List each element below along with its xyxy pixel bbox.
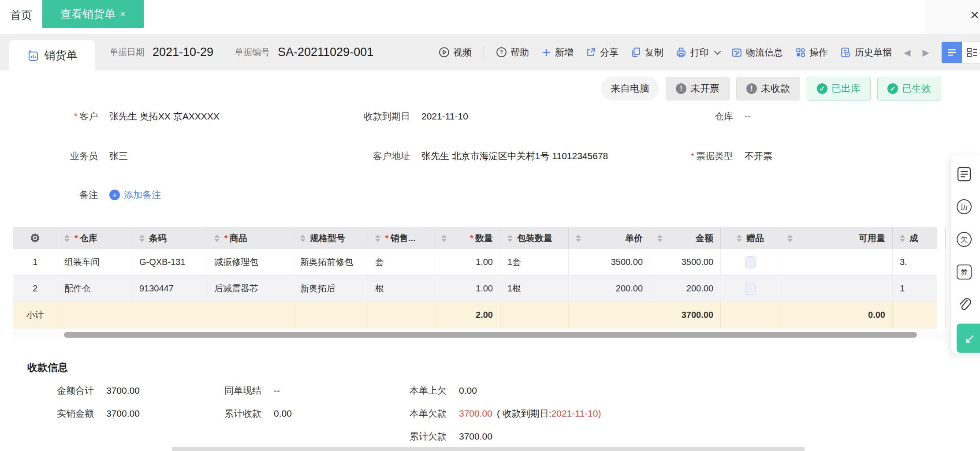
history-circle-icon: 历 (957, 199, 972, 214)
header-gift[interactable]: 赠品 (721, 227, 780, 249)
header-amount[interactable]: 金额 (650, 227, 721, 249)
sort-arrows-icon[interactable] (139, 235, 145, 242)
horizontal-scrollbar-thumb[interactable] (64, 332, 917, 338)
cell-product[interactable]: 减振修理包 (207, 249, 293, 275)
cell-product[interactable]: 后减震器芯 (207, 276, 293, 302)
cell-sales-unit[interactable]: 根 (368, 276, 434, 302)
uninvoiced-badge-label: 未开票 (690, 82, 719, 95)
cell-barcode[interactable]: G-QXB-131 (132, 249, 207, 275)
video-button[interactable]: 视频 (439, 46, 472, 59)
print-button[interactable]: 打印 (675, 46, 719, 59)
doc-date-value: 2021-10-29 (153, 45, 213, 59)
cell-gift (721, 276, 780, 302)
tab-active-label: 查看销货单 (60, 7, 116, 21)
gift-checkbox[interactable] (745, 256, 756, 268)
cell-spec[interactable]: 新奥拓后 (293, 276, 368, 302)
column-settings-header[interactable]: ⚙ (13, 227, 57, 249)
add-remark-link[interactable]: + 添加备注 (109, 189, 161, 201)
sort-arrows-icon[interactable] (787, 235, 793, 242)
detail-dock-button[interactable] (957, 158, 972, 190)
header-price[interactable]: 单价 (569, 227, 650, 249)
help-button[interactable]: ? 帮助 (496, 46, 529, 59)
warehouse-value[interactable]: -- (745, 111, 751, 122)
invoice-type-value[interactable]: 不开票 (745, 150, 772, 162)
toolbar-actions: 视频 ? 帮助 新增 分享 复制 打印 物流信息 操作 (439, 34, 980, 71)
copy-button[interactable]: 复制 (630, 46, 663, 59)
video-icon (439, 47, 450, 58)
header-available[interactable]: 可用量 (780, 227, 893, 249)
sort-arrows-icon[interactable] (507, 235, 513, 242)
tab-close-icon[interactable]: × (120, 8, 126, 20)
coupon-dock-button[interactable]: 券 (957, 256, 972, 288)
sort-arrows-icon[interactable] (214, 235, 220, 242)
cell-amount[interactable]: 200.00 (650, 276, 721, 302)
cell-qty[interactable]: 1.00 (434, 276, 500, 302)
cell-price[interactable]: 3500.00 (569, 249, 650, 275)
customer-value[interactable]: 张先生 奥拓XX 京AXXXXX (109, 110, 220, 123)
help-icon: ? (496, 47, 507, 58)
header-sales-unit[interactable]: *销售... (368, 227, 434, 249)
close-icon[interactable]: × (970, 6, 979, 23)
header-barcode[interactable]: 条码 (132, 227, 207, 249)
salesman-label: 业务员 (41, 150, 98, 162)
due-date-value[interactable]: 2021-11-10 (421, 111, 468, 122)
cell-cost: 1 (893, 276, 946, 302)
sort-arrows-icon[interactable] (737, 235, 742, 242)
header-product[interactable]: *商品 (207, 227, 293, 249)
header-pack-qty[interactable]: 包装数量 (500, 227, 569, 249)
warehouse-field: 仓库 -- (682, 110, 751, 123)
logistics-label: 物流信息 (746, 46, 783, 59)
cell-warehouse[interactable]: 组装车间 (57, 249, 132, 275)
logistics-button[interactable]: 物流信息 (731, 46, 783, 59)
operations-button[interactable]: 操作 (795, 46, 828, 59)
debt-dock-button[interactable]: 欠 (957, 223, 972, 256)
history-doc-icon (840, 47, 851, 58)
print-dropdown-chevron-icon[interactable] (714, 48, 721, 55)
cell-barcode[interactable]: 9130447 (132, 276, 207, 302)
operations-grid-icon (795, 47, 806, 58)
cell-spec[interactable]: 新奥拓前修包 (293, 249, 368, 275)
view-toggle-detail[interactable] (942, 42, 962, 63)
tab-view-sales-order[interactable]: 查看销货单 × (42, 0, 144, 28)
add-button[interactable]: 新增 (541, 46, 574, 59)
gift-checkbox[interactable] (745, 283, 756, 295)
history-dock-button[interactable]: 历 (957, 190, 972, 223)
header-qty[interactable]: *数量 (434, 227, 500, 249)
header-warehouse[interactable]: *仓库 (57, 227, 132, 249)
sort-arrows-icon[interactable] (441, 235, 447, 242)
cell-amount[interactable]: 3500.00 (650, 249, 721, 275)
history-button[interactable]: 历史单据 (840, 46, 892, 59)
cell-pack-qty[interactable]: 1根 (500, 276, 569, 302)
sort-arrows-icon[interactable] (900, 235, 905, 242)
attachment-dock-button[interactable] (957, 288, 972, 321)
cell-sales-unit[interactable]: 套 (368, 249, 434, 275)
prev-doc-arrow[interactable]: ◀ (904, 47, 910, 58)
cell-warehouse[interactable]: 配件仓 (57, 276, 132, 302)
required-mark: * (690, 151, 694, 161)
header-spec[interactable]: 规格型号 (293, 227, 368, 249)
cell-price[interactable]: 200.00 (569, 276, 650, 302)
sort-arrows-icon[interactable] (375, 235, 380, 242)
sort-arrows-icon[interactable] (657, 235, 663, 242)
gear-icon[interactable]: ⚙ (30, 231, 40, 245)
header-cost[interactable]: 成 (893, 227, 946, 249)
cell-qty[interactable]: 1.00 (434, 249, 500, 275)
sort-arrows-icon[interactable] (576, 235, 581, 242)
table-row[interactable]: 2 配件仓 9130447 后减震器芯 新奥拓后 根 1.00 1根 200.0… (13, 276, 937, 302)
view-toggle-list[interactable] (962, 42, 980, 63)
table-row[interactable]: 1 组装车间 G-QXB-131 减振修理包 新奥拓前修包 套 1.00 1套 … (13, 249, 937, 276)
address-value[interactable]: 张先生 北京市海淀区中关村1号 11012345678 (421, 150, 608, 162)
cell-pack-qty[interactable]: 1套 (500, 249, 569, 275)
history-label: 历史单据 (855, 46, 892, 59)
sort-arrows-icon[interactable] (64, 235, 70, 242)
share-button[interactable]: 分享 (585, 46, 619, 59)
collapse-dock-button[interactable]: ↙ (957, 324, 980, 353)
doc-type-tab[interactable]: 销货单 (9, 40, 95, 71)
sort-arrows-icon[interactable] (300, 235, 306, 242)
tab-home[interactable]: 首页 (0, 0, 42, 34)
cash-settle-field: 同单现结 -- (211, 384, 280, 397)
required-mark: * (470, 233, 473, 243)
next-doc-arrow[interactable]: ▶ (922, 47, 929, 58)
salesman-value[interactable]: 张三 (109, 150, 128, 162)
svg-text:?: ? (500, 49, 503, 56)
